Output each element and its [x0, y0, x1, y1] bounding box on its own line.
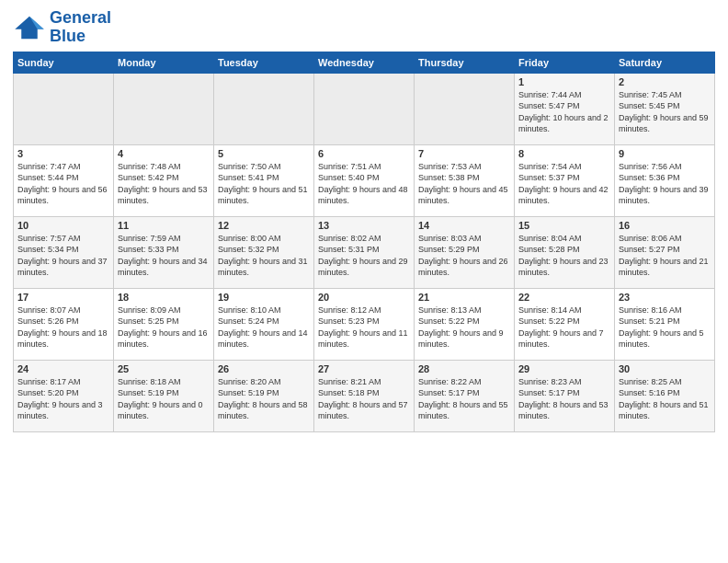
day-number: 24	[17, 363, 109, 374]
weekday-header-sunday: Sunday	[14, 52, 114, 73]
day-number: 20	[318, 292, 410, 303]
day-info: Sunrise: 8:22 AMSunset: 5:17 PMDaylight:…	[418, 376, 510, 422]
day-number: 25	[118, 363, 210, 374]
day-number: 29	[518, 363, 610, 374]
weekday-header-thursday: Thursday	[415, 52, 515, 73]
logo-icon	[13, 15, 46, 40]
day-number: 27	[318, 363, 410, 374]
weekday-header-tuesday: Tuesday	[214, 52, 314, 73]
day-info: Sunrise: 7:53 AMSunset: 5:38 PMDaylight:…	[418, 161, 510, 207]
weekday-header-monday: Monday	[114, 52, 214, 73]
calendar-cell: 10Sunrise: 7:57 AMSunset: 5:34 PMDayligh…	[14, 216, 114, 288]
day-number: 9	[619, 148, 711, 159]
day-number: 19	[218, 292, 310, 303]
day-number: 14	[418, 220, 510, 231]
calendar-cell: 1Sunrise: 7:44 AMSunset: 5:47 PMDaylight…	[515, 73, 615, 144]
calendar-cell: 6Sunrise: 7:51 AMSunset: 5:40 PMDaylight…	[314, 144, 415, 216]
day-number: 10	[17, 220, 109, 231]
day-number: 17	[17, 292, 109, 303]
calendar-cell	[114, 73, 214, 144]
day-info: Sunrise: 8:02 AMSunset: 5:31 PMDaylight:…	[318, 233, 410, 279]
day-number: 2	[619, 76, 711, 87]
calendar-cell: 16Sunrise: 8:06 AMSunset: 5:27 PMDayligh…	[615, 216, 715, 288]
day-number: 18	[118, 292, 210, 303]
weekday-header-row: SundayMondayTuesdayWednesdayThursdayFrid…	[14, 52, 715, 73]
day-number: 22	[518, 292, 610, 303]
calendar-page: General Blue SundayMondayTuesdayWednesda…	[0, 0, 728, 563]
day-number: 23	[619, 292, 711, 303]
calendar-cell: 3Sunrise: 7:47 AMSunset: 5:44 PMDaylight…	[14, 144, 114, 216]
day-number: 7	[418, 148, 510, 159]
calendar-cell: 2Sunrise: 7:45 AMSunset: 5:45 PMDaylight…	[615, 73, 715, 144]
day-info: Sunrise: 8:06 AMSunset: 5:27 PMDaylight:…	[619, 233, 711, 279]
day-number: 28	[418, 363, 510, 374]
day-info: Sunrise: 8:17 AMSunset: 5:20 PMDaylight:…	[17, 376, 109, 422]
calendar-cell: 29Sunrise: 8:23 AMSunset: 5:17 PMDayligh…	[515, 360, 615, 431]
day-info: Sunrise: 8:04 AMSunset: 5:28 PMDaylight:…	[518, 233, 610, 279]
day-info: Sunrise: 7:56 AMSunset: 5:36 PMDaylight:…	[619, 161, 711, 207]
day-number: 16	[619, 220, 711, 231]
calendar-cell: 17Sunrise: 8:07 AMSunset: 5:26 PMDayligh…	[14, 288, 114, 360]
day-number: 1	[518, 76, 610, 87]
calendar-cell: 12Sunrise: 8:00 AMSunset: 5:32 PMDayligh…	[214, 216, 314, 288]
calendar-week-row: 1Sunrise: 7:44 AMSunset: 5:47 PMDaylight…	[14, 73, 715, 144]
calendar-cell: 14Sunrise: 8:03 AMSunset: 5:29 PMDayligh…	[415, 216, 515, 288]
calendar-cell: 19Sunrise: 8:10 AMSunset: 5:24 PMDayligh…	[214, 288, 314, 360]
day-info: Sunrise: 7:50 AMSunset: 5:41 PMDaylight:…	[218, 161, 310, 207]
day-number: 21	[418, 292, 510, 303]
weekday-header-friday: Friday	[515, 52, 615, 73]
logo-text: General Blue	[50, 9, 111, 46]
day-info: Sunrise: 7:57 AMSunset: 5:34 PMDaylight:…	[17, 233, 109, 279]
day-number: 30	[619, 363, 711, 374]
calendar-cell: 30Sunrise: 8:25 AMSunset: 5:16 PMDayligh…	[615, 360, 715, 431]
calendar-cell: 9Sunrise: 7:56 AMSunset: 5:36 PMDaylight…	[615, 144, 715, 216]
calendar-cell	[415, 73, 515, 144]
calendar-cell	[14, 73, 114, 144]
day-info: Sunrise: 8:12 AMSunset: 5:23 PMDaylight:…	[318, 304, 410, 350]
day-number: 6	[318, 148, 410, 159]
day-info: Sunrise: 8:18 AMSunset: 5:19 PMDaylight:…	[118, 376, 210, 422]
day-info: Sunrise: 7:44 AMSunset: 5:47 PMDaylight:…	[518, 89, 610, 135]
day-info: Sunrise: 8:14 AMSunset: 5:22 PMDaylight:…	[518, 304, 610, 350]
calendar-cell: 24Sunrise: 8:17 AMSunset: 5:20 PMDayligh…	[14, 360, 114, 431]
logo-general: General	[50, 8, 111, 27]
calendar-cell: 18Sunrise: 8:09 AMSunset: 5:25 PMDayligh…	[114, 288, 214, 360]
calendar-cell: 4Sunrise: 7:48 AMSunset: 5:42 PMDaylight…	[114, 144, 214, 216]
day-info: Sunrise: 8:03 AMSunset: 5:29 PMDaylight:…	[418, 233, 510, 279]
calendar-week-row: 10Sunrise: 7:57 AMSunset: 5:34 PMDayligh…	[14, 216, 715, 288]
calendar-cell: 5Sunrise: 7:50 AMSunset: 5:41 PMDaylight…	[214, 144, 314, 216]
day-info: Sunrise: 8:10 AMSunset: 5:24 PMDaylight:…	[218, 304, 310, 350]
logo-blue: Blue	[50, 27, 85, 45]
calendar-cell: 13Sunrise: 8:02 AMSunset: 5:31 PMDayligh…	[314, 216, 415, 288]
day-info: Sunrise: 7:59 AMSunset: 5:33 PMDaylight:…	[118, 233, 210, 279]
day-number: 8	[518, 148, 610, 159]
day-number: 13	[318, 220, 410, 231]
calendar-cell: 27Sunrise: 8:21 AMSunset: 5:18 PMDayligh…	[314, 360, 415, 431]
calendar-cell: 7Sunrise: 7:53 AMSunset: 5:38 PMDaylight…	[415, 144, 515, 216]
day-info: Sunrise: 7:47 AMSunset: 5:44 PMDaylight:…	[17, 161, 109, 207]
day-info: Sunrise: 8:23 AMSunset: 5:17 PMDaylight:…	[518, 376, 610, 422]
calendar-cell: 22Sunrise: 8:14 AMSunset: 5:22 PMDayligh…	[515, 288, 615, 360]
day-info: Sunrise: 7:51 AMSunset: 5:40 PMDaylight:…	[318, 161, 410, 207]
day-info: Sunrise: 8:25 AMSunset: 5:16 PMDaylight:…	[619, 376, 711, 422]
day-info: Sunrise: 8:20 AMSunset: 5:19 PMDaylight:…	[218, 376, 310, 422]
day-info: Sunrise: 7:48 AMSunset: 5:42 PMDaylight:…	[118, 161, 210, 207]
calendar-cell	[314, 73, 415, 144]
weekday-header-saturday: Saturday	[615, 52, 715, 73]
calendar-cell: 11Sunrise: 7:59 AMSunset: 5:33 PMDayligh…	[114, 216, 214, 288]
day-info: Sunrise: 8:07 AMSunset: 5:26 PMDaylight:…	[17, 304, 109, 350]
calendar-cell: 15Sunrise: 8:04 AMSunset: 5:28 PMDayligh…	[515, 216, 615, 288]
day-number: 4	[118, 148, 210, 159]
calendar-cell	[214, 73, 314, 144]
weekday-header-wednesday: Wednesday	[314, 52, 415, 73]
day-number: 12	[218, 220, 310, 231]
calendar-week-row: 24Sunrise: 8:17 AMSunset: 5:20 PMDayligh…	[14, 360, 715, 431]
day-info: Sunrise: 8:21 AMSunset: 5:18 PMDaylight:…	[318, 376, 410, 422]
day-info: Sunrise: 8:16 AMSunset: 5:21 PMDaylight:…	[619, 304, 711, 350]
calendar-cell: 20Sunrise: 8:12 AMSunset: 5:23 PMDayligh…	[314, 288, 415, 360]
day-number: 11	[118, 220, 210, 231]
day-number: 15	[518, 220, 610, 231]
day-info: Sunrise: 8:09 AMSunset: 5:25 PMDaylight:…	[118, 304, 210, 350]
calendar-cell: 28Sunrise: 8:22 AMSunset: 5:17 PMDayligh…	[415, 360, 515, 431]
calendar-cell: 23Sunrise: 8:16 AMSunset: 5:21 PMDayligh…	[615, 288, 715, 360]
